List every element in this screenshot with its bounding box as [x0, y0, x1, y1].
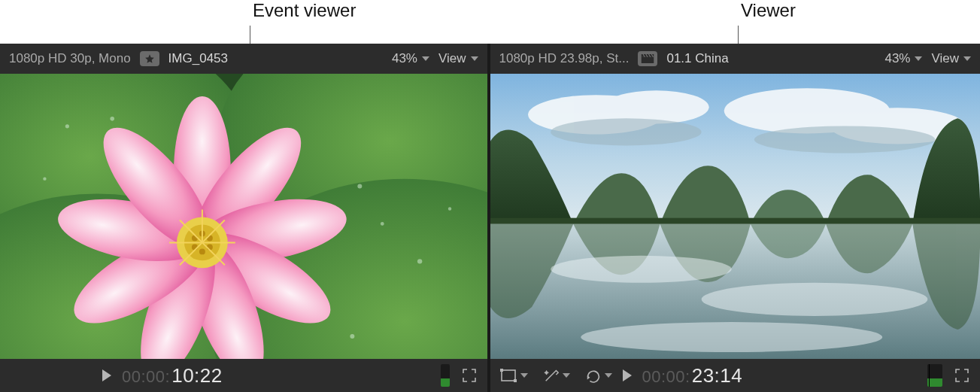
- svg-point-13: [110, 117, 114, 121]
- view-dropdown[interactable]: View: [931, 51, 971, 66]
- clip-format: 1080p HD 30p, Mono: [9, 51, 131, 66]
- svg-point-50: [701, 283, 927, 316]
- svg-point-12: [43, 177, 46, 180]
- retime-tool[interactable]: [585, 367, 612, 384]
- event-viewer-label: Event viewer: [253, 0, 356, 21]
- chevron-down-icon: [563, 373, 570, 378]
- svg-rect-38: [642, 57, 654, 63]
- chevron-down-icon: [471, 56, 478, 61]
- audio-meter[interactable]: [441, 364, 450, 387]
- svg-point-46: [754, 126, 935, 153]
- zoom-dropdown[interactable]: 43%: [392, 51, 429, 66]
- event-viewer-footer: 00:00:10:22: [0, 359, 487, 392]
- project-preview-image: [490, 74, 981, 359]
- dual-viewer-container: 1080p HD 30p, Mono IMG_0453 43% View: [0, 44, 980, 392]
- event-viewer-panel: 1080p HD 30p, Mono IMG_0453 43% View: [0, 44, 490, 392]
- play-button[interactable]: [623, 369, 632, 381]
- viewer-header: 1080p HD 23.98p, St... 01.1 China 43% Vi…: [490, 44, 981, 74]
- timecode-prefix: 00:00:: [642, 367, 690, 387]
- clip-name: IMG_0453: [168, 51, 228, 66]
- event-viewer-header: 1080p HD 30p, Mono IMG_0453 43% View: [0, 44, 487, 74]
- svg-rect-53: [500, 369, 503, 372]
- zoom-value: 43%: [884, 51, 910, 66]
- enhance-tool[interactable]: [543, 367, 570, 384]
- svg-point-5: [357, 184, 362, 189]
- chevron-down-icon: [520, 373, 528, 378]
- viewer-label: Viewer: [741, 0, 796, 21]
- svg-point-49: [551, 256, 732, 283]
- timecode-value: 10:22: [171, 364, 223, 387]
- event-viewer-tick: [250, 26, 250, 44]
- view-dropdown[interactable]: View: [438, 51, 478, 66]
- project-name: 01.1 China: [666, 51, 728, 66]
- chevron-down-icon: [422, 56, 429, 61]
- svg-rect-54: [514, 379, 517, 382]
- timecode-prefix: 00:00:: [122, 367, 170, 387]
- timecode-value: 23:14: [692, 364, 743, 387]
- view-label: View: [931, 51, 959, 66]
- view-label: View: [438, 51, 466, 66]
- event-viewer-canvas[interactable]: [0, 74, 487, 359]
- svg-point-9: [448, 207, 451, 210]
- svg-point-7: [417, 259, 422, 263]
- chevron-down-icon: [915, 56, 922, 61]
- svg-point-10: [350, 334, 354, 339]
- annotation-labels: Event viewer Viewer: [0, 0, 980, 44]
- fullscreen-button[interactable]: [953, 367, 971, 384]
- svg-point-45: [551, 118, 701, 145]
- zoom-value: 43%: [392, 51, 417, 66]
- viewer-panel: 1080p HD 23.98p, St... 01.1 China 43% Vi…: [490, 44, 981, 392]
- timecode-display[interactable]: 00:00:10:22: [122, 364, 223, 387]
- svg-point-11: [65, 124, 69, 128]
- viewer-tools: [499, 367, 612, 384]
- play-button[interactable]: [102, 369, 111, 381]
- clip-preview-image: [0, 74, 487, 359]
- viewer-tick: [738, 26, 739, 44]
- viewer-footer: 00:00:23:14: [490, 359, 981, 392]
- chevron-down-icon: [963, 56, 971, 61]
- fullscreen-button[interactable]: [460, 367, 478, 384]
- viewer-canvas[interactable]: [490, 74, 981, 359]
- transform-tool[interactable]: [499, 368, 528, 383]
- project-format: 1080p HD 23.98p, St...: [499, 51, 630, 66]
- zoom-dropdown[interactable]: 43%: [884, 51, 922, 66]
- chevron-down-icon: [605, 373, 612, 378]
- svg-rect-52: [502, 370, 515, 381]
- favorite-clip-icon: [140, 51, 159, 66]
- audio-meter[interactable]: [927, 364, 942, 387]
- timecode-display[interactable]: 00:00:23:14: [642, 364, 743, 387]
- svg-point-6: [381, 222, 384, 226]
- svg-point-28: [200, 249, 205, 254]
- svg-point-51: [581, 322, 882, 352]
- clapperboard-icon: [638, 51, 657, 66]
